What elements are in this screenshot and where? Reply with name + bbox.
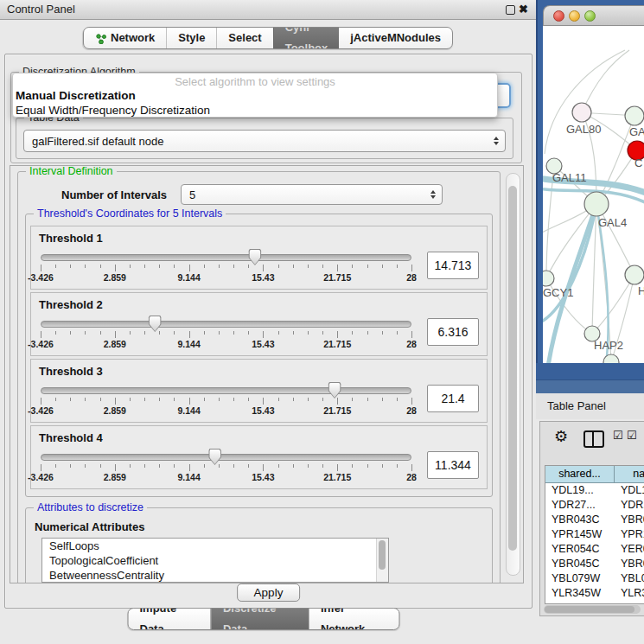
list-scrollbar[interactable] [376,539,388,582]
attributes-group-title: Attributes to discretize [34,501,147,513]
tab-cyni-toolbox[interactable]: Cyni Toolbox [273,28,340,48]
network-node-gal4[interactable] [584,192,609,216]
table-row-ydl19-[interactable]: YDL19...YDL19... [545,483,644,498]
attributes-group: Attributes to discretize Numerical Attri… [25,507,493,583]
column-header-name[interactable]: name [615,466,644,483]
interval-definition-title: Interval Definition [26,165,117,177]
tab-select[interactable]: Select [216,28,272,48]
network-node-unlabeled[interactable] [603,354,619,363]
node-label-gal80: GAL80 [566,123,601,136]
attribute-item-betweennesscentrality[interactable]: BetweennessCentrality [42,568,388,583]
threshold-slider[interactable]: -3.4262.8599.14415.4321.71528 [39,448,413,482]
table-row-yer054c[interactable]: YER054CYER054C [545,542,644,557]
slider-ticks [41,330,411,338]
table-cell: YDL19... [615,483,644,498]
tab-jactivemnodules[interactable]: jActiveMNodules [339,28,452,48]
column-header-shared-[interactable]: shared... [545,466,615,483]
table-cell: YDR27... [615,498,644,513]
tab-label: Discretize Data [223,608,298,630]
table-cell: YER054C [615,542,644,557]
table-row-ybr045c[interactable]: YBR045CYBR045C [545,557,644,571]
spinner-arrows-icon [430,190,436,199]
threshold-coordinates-title: Threshold's Coordinates for 5 Intervals [34,207,226,220]
tab-discretize-data[interactable]: Discretize Data [211,609,309,629]
algorithm-option-equal-width-frequency-discretization[interactable]: Equal Width/Frequency Discretization [13,103,497,118]
table-header-row: shared...name [545,466,644,483]
control-panel: Control Panel ✖ NetworkStyleSelectCyni T… [0,0,536,644]
network-window-titlebar[interactable] [543,5,644,26]
tab-label: Infer Network [321,608,388,630]
table-cell: YBL079W [615,571,644,586]
table-cell: YIL052C [545,601,615,604]
close-icon[interactable]: ✖ [519,3,528,16]
columns-icon[interactable] [583,430,604,448]
checkbox-icon[interactable]: ☑ [627,429,637,442]
table-row-ydr27-[interactable]: YDR27...YDR27... [545,498,644,513]
control-panel-tabs: NetworkStyleSelectCyni ToolboxjActiveMNo… [83,27,453,49]
table-row-ypr145w[interactable]: YPR145WYPR145W [545,527,644,542]
network-node-gal80[interactable] [572,103,591,122]
slider-tick-labels: -3.4262.8599.14415.4321.71528 [41,405,411,415]
minimize-traffic-icon[interactable] [569,10,580,22]
network-node-h[interactable] [625,265,644,284]
algorithm-dropdown-popup: Select algorithm to view settings Manual… [12,73,498,118]
table-cell: YLR345W [545,586,615,601]
node-label-c: C [634,156,642,169]
table-data-value: galFiltered.sif default node [32,135,163,148]
tab-style[interactable]: Style [166,28,216,48]
numerical-attributes-list[interactable]: SelfLoopsTopologicalCoefficientBetweenne… [41,538,389,583]
table-cell: YBL079W [545,571,615,586]
table-row-ybl079w[interactable]: YBL079WYBL079W [545,571,644,586]
table-cell: YBR043C [615,513,644,527]
zoom-traffic-icon[interactable] [584,10,596,22]
table-row-yil052c[interactable]: YIL052CYIL052C [545,601,644,604]
table-cell: YLR345W [615,586,644,601]
float-window-icon[interactable] [506,5,515,15]
network-edge[interactable] [582,50,629,112]
threshold-coordinates-group: Threshold's Coordinates for 5 Intervals … [25,214,493,497]
apply-button[interactable]: Apply [237,583,301,602]
number-of-intervals-row: Number of Intervals 5 [61,184,494,205]
table-data-combobox[interactable]: galFiltered.sif default node [23,130,506,152]
tab-label: Network [111,28,155,48]
threshold-value-field[interactable] [427,252,479,279]
table-row-ylr345w[interactable]: YLR345WYLR345W [545,586,644,601]
tab-label: Cyni Toolbox [285,27,328,49]
table-row-ybr043c[interactable]: YBR043CYBR043C [545,513,644,527]
table-hscrollbar[interactable] [544,605,641,614]
threshold-panel-threshold-2: Threshold 2-3.4262.8599.14415.4321.71528 [30,292,488,356]
close-traffic-icon[interactable] [553,10,564,22]
network-canvas[interactable]: GAL80GACGAL11GAL4GCY1HHAP2 [543,26,644,363]
threshold-slider[interactable]: -3.4262.8599.14415.4321.71528 [39,381,413,416]
network-node-gcy1[interactable] [543,271,554,286]
number-of-intervals-combobox[interactable]: 5 [181,184,443,205]
tab-infer-network[interactable]: Infer Network [309,609,399,629]
attribute-item-selfloops[interactable]: SelfLoops [42,539,388,553]
threshold-slider[interactable]: -3.4262.8599.14415.4321.71528 [39,315,413,349]
node-label-gal11: GAL11 [552,171,587,184]
gear-icon[interactable]: ⚙ [554,427,568,446]
attribute-item-topologicalcoefficient[interactable]: TopologicalCoefficient [42,553,388,568]
slider-track [41,387,411,394]
threshold-value-field[interactable] [427,451,479,479]
threshold-slider[interactable]: -3.4262.8599.14415.4321.71528 [39,248,413,283]
tab-network[interactable]: Network [84,28,166,48]
cyni-toolbox-panel: Discretization Algorithm Table Data galF… [4,54,532,609]
network-node-ga[interactable] [625,106,644,125]
table-cell: YBR045C [615,557,644,571]
threshold-value-field[interactable] [427,318,479,346]
node-table[interactable]: shared...name YDL19...YDL19...YDR27...YD… [545,465,644,604]
node-label-hap2: HAP2 [594,339,623,352]
slider-tick-labels: -3.4262.8599.14415.4321.71528 [41,272,411,282]
algorithm-option-manual-discretization[interactable]: Manual Discretization [13,88,497,103]
threshold-label: Threshold 4 [39,431,479,444]
node-label-gcy1: GCY1 [543,286,573,299]
threshold-value-field[interactable] [427,385,479,412]
tab-impute-data[interactable]: Impute Data [129,609,211,629]
interval-definition-group: Interval Definition Number of Intervals … [17,171,501,583]
network-edge[interactable] [545,50,625,154]
settings-scrollbar[interactable] [506,173,520,576]
checkbox-icon[interactable]: ☑ [613,429,623,442]
table-cell: YIL052C [615,601,644,604]
threshold-panel-threshold-4: Threshold 4-3.4262.8599.14415.4321.71528 [30,425,488,489]
